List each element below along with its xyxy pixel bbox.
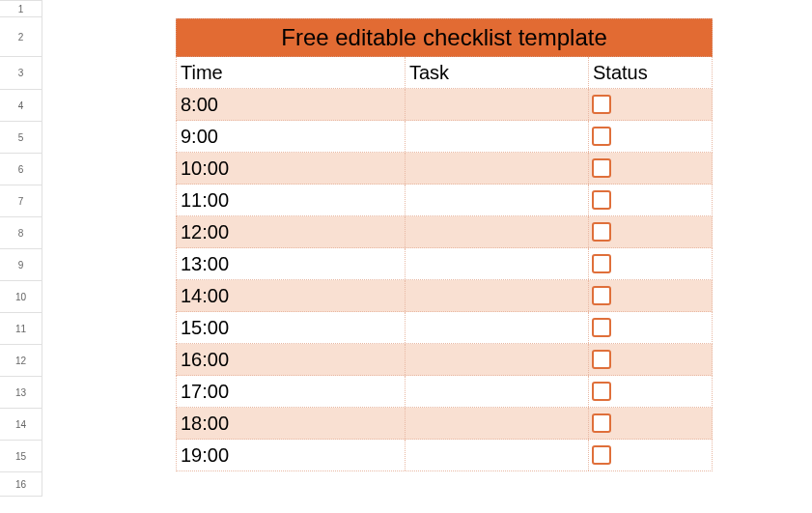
checkbox[interactable] (592, 286, 611, 305)
time-cell[interactable]: 13:00 (177, 248, 406, 279)
row-header[interactable]: 7 (0, 185, 42, 217)
row-header[interactable]: 13 (0, 377, 42, 409)
time-cell[interactable]: 18:00 (177, 408, 406, 439)
checkbox[interactable] (592, 350, 611, 369)
task-cell[interactable] (406, 440, 589, 470)
task-cell[interactable] (406, 376, 589, 407)
row-headers: 12345678910111213141516 (0, 0, 42, 513)
table-row: 18:00 (176, 408, 713, 440)
task-cell[interactable] (406, 89, 589, 120)
table-row: 8:00 (176, 89, 713, 121)
checklist-title[interactable]: Free editable checklist template (176, 18, 713, 57)
table-row: 17:00 (176, 376, 713, 408)
row-header[interactable]: 4 (0, 90, 42, 122)
status-cell[interactable] (589, 280, 712, 311)
row-header[interactable]: 1 (0, 1, 42, 17)
task-cell[interactable] (406, 216, 589, 247)
status-cell[interactable] (589, 312, 712, 343)
checkbox[interactable] (592, 445, 611, 465)
row-header[interactable]: 9 (0, 249, 42, 281)
checkbox[interactable] (592, 190, 611, 210)
row-header[interactable]: 8 (0, 217, 42, 249)
task-cell[interactable] (406, 408, 589, 439)
header-task[interactable]: Task (406, 57, 589, 88)
task-cell[interactable] (406, 185, 589, 215)
table-row: 15:00 (176, 312, 713, 344)
status-cell[interactable] (589, 89, 712, 120)
table-row: 10:00 (176, 153, 713, 185)
header-row: Time Task Status (176, 57, 713, 89)
row-header[interactable]: 15 (0, 441, 42, 472)
status-cell[interactable] (589, 153, 712, 184)
time-cell[interactable]: 10:00 (177, 153, 406, 184)
time-cell[interactable]: 17:00 (177, 376, 406, 407)
table-row: 11:00 (176, 185, 713, 216)
status-cell[interactable] (589, 408, 712, 439)
time-cell[interactable]: 9:00 (177, 121, 406, 152)
spreadsheet-grid[interactable]: Free editable checklist template Time Ta… (42, 1, 812, 513)
row-header[interactable]: 12 (0, 345, 42, 377)
table-row: 9:00 (176, 121, 713, 153)
row-header[interactable]: 11 (0, 313, 42, 345)
row-header[interactable]: 14 (0, 409, 42, 441)
row-header[interactable]: 10 (0, 281, 42, 313)
checkbox[interactable] (592, 127, 611, 146)
header-status[interactable]: Status (589, 57, 712, 88)
table-row: 12:00 (176, 216, 713, 248)
task-cell[interactable] (406, 312, 589, 343)
table-row: 14:00 (176, 280, 713, 312)
status-cell[interactable] (589, 185, 712, 215)
time-cell[interactable]: 16:00 (177, 344, 406, 375)
task-cell[interactable] (406, 344, 589, 375)
row-header[interactable]: 6 (0, 154, 42, 185)
checkbox[interactable] (592, 158, 611, 178)
time-cell[interactable]: 14:00 (177, 280, 406, 311)
status-cell[interactable] (589, 248, 712, 279)
status-cell[interactable] (589, 440, 712, 470)
time-cell[interactable]: 15:00 (177, 312, 406, 343)
table-row: 19:00 (176, 440, 713, 471)
task-cell[interactable] (406, 153, 589, 184)
time-cell[interactable]: 12:00 (177, 216, 406, 247)
row-header[interactable]: 2 (0, 17, 42, 57)
status-cell[interactable] (589, 216, 712, 247)
row-header[interactable]: 16 (0, 472, 42, 497)
checkbox[interactable] (592, 318, 611, 337)
task-cell[interactable] (406, 121, 589, 152)
task-cell[interactable] (406, 280, 589, 311)
checkbox[interactable] (592, 382, 611, 401)
time-cell[interactable]: 19:00 (177, 440, 406, 470)
status-cell[interactable] (589, 376, 712, 407)
time-cell[interactable]: 11:00 (177, 185, 406, 215)
status-cell[interactable] (589, 344, 712, 375)
row-header[interactable]: 5 (0, 122, 42, 154)
task-cell[interactable] (406, 248, 589, 279)
checkbox[interactable] (592, 222, 611, 242)
checklist-region: Free editable checklist template Time Ta… (176, 18, 713, 471)
checkbox[interactable] (592, 254, 611, 273)
checkbox[interactable] (592, 95, 611, 114)
time-cell[interactable]: 8:00 (177, 89, 406, 120)
row-header[interactable]: 3 (0, 57, 42, 90)
header-time[interactable]: Time (177, 57, 406, 88)
checkbox[interactable] (592, 413, 611, 433)
table-row: 16:00 (176, 344, 713, 376)
status-cell[interactable] (589, 121, 712, 152)
table-row: 13:00 (176, 248, 713, 280)
